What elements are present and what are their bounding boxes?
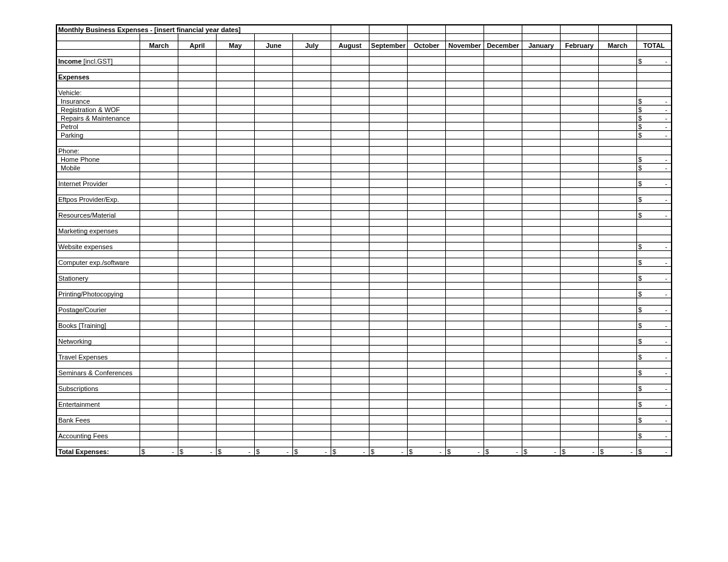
month-cell[interactable] bbox=[178, 384, 217, 393]
month-cell[interactable] bbox=[561, 89, 599, 97]
month-cell[interactable] bbox=[369, 89, 408, 97]
month-cell[interactable] bbox=[561, 432, 599, 440]
month-cell[interactable] bbox=[331, 416, 369, 424]
month-cell[interactable] bbox=[331, 258, 369, 267]
month-cell[interactable] bbox=[484, 114, 522, 122]
month-cell[interactable] bbox=[178, 211, 217, 219]
month-cell[interactable] bbox=[331, 155, 369, 164]
month-cell[interactable] bbox=[331, 122, 369, 131]
month-cell[interactable] bbox=[331, 114, 369, 122]
month-cell[interactable] bbox=[255, 416, 293, 424]
month-cell[interactable] bbox=[599, 57, 637, 65]
month-cell[interactable] bbox=[255, 97, 293, 105]
month-cell[interactable] bbox=[408, 89, 446, 97]
month-cell[interactable] bbox=[599, 105, 637, 114]
month-cell[interactable] bbox=[446, 416, 484, 424]
month-cell[interactable] bbox=[293, 131, 331, 139]
month-cell[interactable] bbox=[293, 57, 331, 65]
month-cell[interactable] bbox=[255, 274, 293, 283]
month-cell[interactable] bbox=[293, 337, 331, 346]
month-cell[interactable] bbox=[255, 105, 293, 114]
month-cell[interactable] bbox=[178, 164, 217, 172]
month-cell[interactable] bbox=[293, 258, 331, 267]
month-cell[interactable] bbox=[408, 384, 446, 393]
month-cell[interactable] bbox=[522, 258, 561, 267]
month-cell[interactable] bbox=[522, 195, 561, 204]
month-cell[interactable] bbox=[408, 432, 446, 440]
month-cell[interactable] bbox=[599, 147, 637, 155]
month-cell[interactable] bbox=[446, 258, 484, 267]
month-cell[interactable] bbox=[369, 400, 408, 409]
month-cell[interactable] bbox=[522, 147, 561, 155]
month-cell[interactable] bbox=[369, 164, 408, 172]
month-cell[interactable] bbox=[217, 369, 255, 377]
month-cell[interactable] bbox=[408, 179, 446, 188]
month-cell[interactable] bbox=[561, 105, 599, 114]
month-cell[interactable] bbox=[331, 195, 369, 204]
month-cell[interactable] bbox=[293, 400, 331, 409]
month-cell[interactable] bbox=[255, 57, 293, 65]
month-cell[interactable] bbox=[561, 243, 599, 251]
month-cell[interactable] bbox=[522, 432, 561, 440]
month-cell[interactable] bbox=[178, 353, 217, 361]
month-cell[interactable] bbox=[369, 432, 408, 440]
month-cell[interactable] bbox=[217, 274, 255, 283]
month-cell[interactable] bbox=[522, 290, 561, 298]
month-cell[interactable] bbox=[293, 97, 331, 105]
month-cell[interactable] bbox=[599, 369, 637, 377]
month-cell[interactable] bbox=[522, 384, 561, 393]
total-month-5[interactable]: $- bbox=[331, 447, 369, 457]
month-cell[interactable] bbox=[255, 369, 293, 377]
month-cell[interactable] bbox=[178, 122, 217, 131]
month-cell[interactable] bbox=[217, 227, 255, 235]
month-cell[interactable] bbox=[599, 227, 637, 235]
month-cell[interactable] bbox=[369, 384, 408, 393]
total-month-8[interactable]: $- bbox=[446, 447, 484, 457]
month-cell[interactable] bbox=[293, 384, 331, 393]
month-cell[interactable] bbox=[561, 306, 599, 314]
month-cell[interactable] bbox=[217, 258, 255, 267]
month-cell[interactable] bbox=[331, 147, 369, 155]
month-cell[interactable] bbox=[599, 195, 637, 204]
month-cell[interactable] bbox=[522, 353, 561, 361]
month-cell[interactable] bbox=[217, 131, 255, 139]
month-cell[interactable] bbox=[561, 258, 599, 267]
month-cell[interactable] bbox=[293, 179, 331, 188]
month-cell[interactable] bbox=[178, 432, 217, 440]
month-cell[interactable] bbox=[140, 416, 178, 424]
month-cell[interactable] bbox=[140, 290, 178, 298]
month-cell[interactable] bbox=[446, 57, 484, 65]
month-cell[interactable] bbox=[178, 306, 217, 314]
month-cell[interactable] bbox=[561, 353, 599, 361]
total-month-4[interactable]: $- bbox=[293, 447, 331, 457]
month-cell[interactable] bbox=[408, 337, 446, 346]
month-cell[interactable] bbox=[484, 227, 522, 235]
month-cell[interactable] bbox=[331, 353, 369, 361]
month-cell[interactable] bbox=[522, 274, 561, 283]
month-cell[interactable] bbox=[561, 97, 599, 105]
month-cell[interactable] bbox=[408, 290, 446, 298]
month-cell[interactable] bbox=[293, 290, 331, 298]
month-cell[interactable] bbox=[561, 155, 599, 164]
month-cell[interactable] bbox=[331, 400, 369, 409]
month-cell[interactable] bbox=[369, 195, 408, 204]
month-cell[interactable] bbox=[446, 337, 484, 346]
month-cell[interactable] bbox=[408, 164, 446, 172]
month-cell[interactable] bbox=[446, 195, 484, 204]
month-cell[interactable] bbox=[140, 384, 178, 393]
month-cell[interactable] bbox=[446, 353, 484, 361]
month-cell[interactable] bbox=[140, 131, 178, 139]
month-cell[interactable] bbox=[331, 290, 369, 298]
month-cell[interactable] bbox=[255, 155, 293, 164]
month-cell[interactable] bbox=[178, 89, 217, 97]
month-cell[interactable] bbox=[293, 122, 331, 131]
month-cell[interactable] bbox=[331, 211, 369, 219]
month-cell[interactable] bbox=[561, 164, 599, 172]
month-cell[interactable] bbox=[484, 306, 522, 314]
month-cell[interactable] bbox=[522, 89, 561, 97]
month-cell[interactable] bbox=[484, 131, 522, 139]
month-cell[interactable] bbox=[522, 369, 561, 377]
month-cell[interactable] bbox=[331, 321, 369, 330]
month-cell[interactable] bbox=[484, 369, 522, 377]
total-month-7[interactable]: $- bbox=[408, 447, 446, 457]
